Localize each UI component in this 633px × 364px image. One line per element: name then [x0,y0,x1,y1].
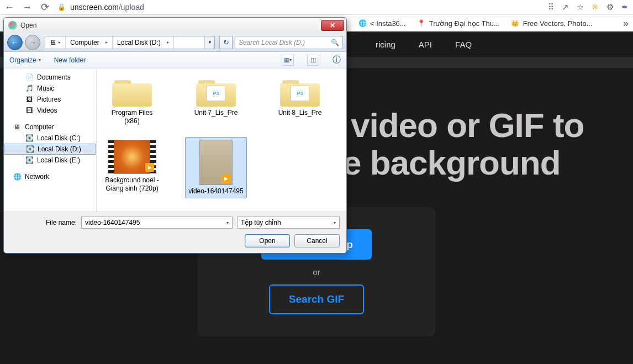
bookmarks-overflow-icon[interactable]: » [623,18,629,29]
play-overlay-icon: ▶ [221,174,230,183]
dialog-body: 📄Documents 🎵Music 🖼Pictures 🎞Videos 🖥Com… [4,68,346,212]
refresh-button[interactable]: ↻ [219,36,233,49]
documents-icon: 📄 [25,73,34,81]
pictures-icon: 🖼 [25,96,34,103]
filename-input[interactable]: video-1640147495▾ [81,217,233,229]
file-grid[interactable]: Program Files (x86) P3 Unit 7_Lis_Pre P3… [97,68,346,212]
ext-1-icon[interactable]: ✳ [592,2,599,12]
disk-icon: 💽 [25,156,34,164]
bookmark-truong[interactable]: 📍Trường Đại học Thu... [417,19,500,28]
folder-icon: P3 [280,77,320,107]
reload-icon[interactable]: ⟳ [40,2,50,12]
star-icon[interactable]: ☆ [577,2,584,12]
tree-computer[interactable]: 🖥Computer [4,122,96,133]
bookmark-insta[interactable]: 🌐< Insta36... [358,19,406,28]
breadcrumb-dropdown[interactable]: ▾ [204,36,214,49]
file-label: Program Files (x86) [104,109,160,125]
chevron-down-icon[interactable]: ▾ [226,220,229,225]
dialog-titlebar[interactable]: Open ✕ [4,18,346,33]
search-placeholder: Search Local Disk (D:) [239,39,305,46]
organize-menu[interactable]: Organize ▾ [9,56,41,64]
folder-icon [112,77,152,107]
tree-documents[interactable]: 📄Documents [4,72,96,83]
back-icon[interactable]: ← [4,2,14,12]
folder-tree[interactable]: 📄Documents 🎵Music 🖼Pictures 🎞Videos 🖥Com… [4,68,97,212]
computer-icon: 🖥 [50,39,56,46]
mp3-badge: P3 [291,86,309,101]
tree-network[interactable]: 🌐Network [4,171,96,182]
nav-forward-button[interactable]: → [25,35,40,50]
url-text: unscreen.com/upload [70,3,144,12]
search-gif-button[interactable]: Search GIF [269,284,364,314]
tree-pictures[interactable]: 🖼Pictures [4,94,96,105]
file-video-1640147495[interactable]: ▶ video-1640147495 [185,137,247,198]
help-icon[interactable]: ⓘ [333,55,341,65]
mp3-badge: P3 [207,86,225,101]
or-divider: or [313,267,320,277]
file-label: Background noel - Giáng sinh (720p) [104,176,160,193]
computer-icon: 🖥 [13,123,22,131]
dialog-toolbar: Organize ▾ New folder ▦ ▾ ◫ ⓘ [4,52,346,68]
folder-program-files[interactable]: Program Files (x86) [101,74,163,128]
browser-toolbar: ← → ⟳ 🔒 unscreen.com/upload ⠿ ↗ ☆ ✳ ⚙ ✒ [0,0,633,15]
breadcrumb-root[interactable]: 🖥▸ [45,36,66,49]
chevron-down-icon: ▾ [39,57,41,62]
disk-icon: 💽 [25,145,34,153]
dialog-footer: File name: video-1640147495▾ Tệp tùy chỉ… [4,212,346,253]
nav-pricing[interactable]: ricing [376,40,395,49]
tree-disk-c[interactable]: 💽Local Disk (C:) [4,133,96,144]
address-bar[interactable]: 🔒 unscreen.com/upload [57,3,540,12]
pin-icon: 📍 [417,19,426,28]
file-label: Unit 7_Lis_Pre [194,109,238,117]
search-input[interactable]: Search Local Disk (D:) 🔍 [235,36,343,49]
videos-icon: 🎞 [25,107,34,114]
breadcrumb-computer[interactable]: Computer ▸ [66,36,113,49]
file-background-noel[interactable]: ▶ Background noel - Giáng sinh (720p) [101,137,163,198]
app-icon [8,21,17,30]
tree-disk-e[interactable]: 💽Local Disk (E:) [4,155,96,166]
disk-icon: 💽 [25,134,34,142]
globe-icon: 🌐 [358,19,367,28]
view-options-button[interactable]: ▦ ▾ [282,55,294,66]
tree-disk-d[interactable]: 💽Local Disk (D:) [4,144,96,155]
crown-icon: 👑 [511,19,520,28]
forward-icon[interactable]: → [22,2,32,12]
video-thumbnail: ▶ [199,140,233,185]
filename-label: File name: [10,219,77,226]
dialog-navbar: ← → 🖥▸ Computer ▸ Local Disk (D:) ▸ ▾ ↻ … [4,33,346,52]
lock-icon: 🔒 [57,3,66,11]
dialog-title: Open [20,22,321,29]
tree-music[interactable]: 🎵Music [4,83,96,94]
folder-unit-8[interactable]: P3 Unit 8_Lis_Pre [269,74,331,128]
chrome-actions: ⠿ ↗ ☆ ✳ ⚙ ✒ [548,2,629,12]
preview-pane-button[interactable]: ◫ [307,55,319,66]
close-button[interactable]: ✕ [321,20,344,31]
filetype-dropdown[interactable]: Tệp tùy chỉnh▾ [237,217,340,229]
file-label: Unit 8_Lis_Pre [278,109,322,117]
cancel-button[interactable]: Cancel [294,234,340,247]
file-open-dialog: Open ✕ ← → 🖥▸ Computer ▸ Local Disk (D:)… [3,17,347,254]
translate-icon[interactable]: ⠿ [548,2,554,12]
folder-unit-7[interactable]: P3 Unit 7_Lis_Pre [185,74,247,128]
music-icon: 🎵 [25,85,34,92]
ext-2-icon[interactable]: ⚙ [606,2,614,12]
search-icon: 🔍 [331,39,339,46]
folder-icon: P3 [196,77,236,107]
breadcrumb-disk-d[interactable]: Local Disk (D:) ▸ [113,36,174,49]
open-button[interactable]: Open [245,234,290,247]
network-icon: 🌐 [13,173,22,181]
ext-3-icon[interactable]: ✒ [621,2,629,12]
nav-back-button[interactable]: ← [7,35,23,50]
video-thumbnail: ▶ [108,140,156,174]
new-folder-button[interactable]: New folder [54,56,86,64]
tree-videos[interactable]: 🎞Videos [4,105,96,116]
file-label: video-1640147495 [188,187,243,196]
share-icon[interactable]: ↗ [562,2,569,12]
breadcrumb[interactable]: 🖥▸ Computer ▸ Local Disk (D:) ▸ ▾ [45,36,215,49]
chevron-down-icon: ▾ [334,220,336,225]
bookmark-vectors[interactable]: 👑Free Vectors, Photo... [511,19,593,28]
play-overlay-icon: ▶ [145,163,154,172]
nav-faq[interactable]: FAQ [455,40,472,49]
nav-api[interactable]: API [419,40,432,49]
